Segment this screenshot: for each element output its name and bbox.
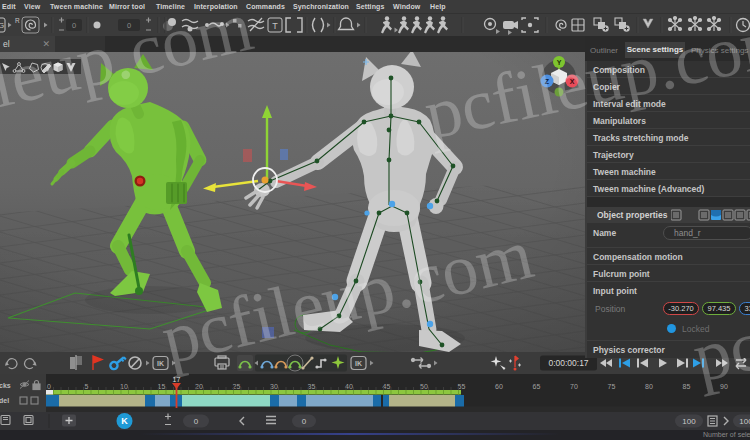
svg-text:100: 100 [682, 417, 696, 426]
svg-text:90: 90 [720, 383, 728, 390]
svg-text:Z: Z [545, 78, 550, 85]
svg-text:65: 65 [533, 383, 541, 390]
svg-text:0:00:00:17: 0:00:00:17 [548, 358, 588, 368]
svg-text:0: 0 [302, 417, 307, 426]
svg-text:T: T [272, 21, 278, 31]
svg-text:85: 85 [683, 383, 691, 390]
svg-text:75: 75 [608, 383, 616, 390]
svg-text:del: del [0, 397, 9, 404]
svg-text:0: 0 [194, 417, 199, 426]
svg-text:60: 60 [495, 383, 503, 390]
svg-text:80: 80 [645, 383, 653, 390]
svg-text:0: 0 [127, 21, 131, 30]
svg-text:IK: IK [355, 360, 362, 367]
svg-text:70: 70 [570, 383, 578, 390]
svg-text:0: 0 [72, 21, 76, 30]
svg-text:0: 0 [47, 383, 51, 390]
svg-text:Y: Y [557, 59, 562, 66]
svg-text:X: X [570, 78, 575, 85]
svg-text:5: 5 [85, 383, 89, 390]
svg-text:IK: IK [157, 360, 164, 367]
svg-text:R: R [15, 17, 20, 24]
svg-text:100: 100 [739, 417, 750, 426]
svg-text:cks: cks [0, 382, 11, 389]
svg-text:K: K [121, 416, 128, 426]
svg-text:17: 17 [173, 376, 181, 383]
svg-text:G: G [0, 21, 4, 30]
